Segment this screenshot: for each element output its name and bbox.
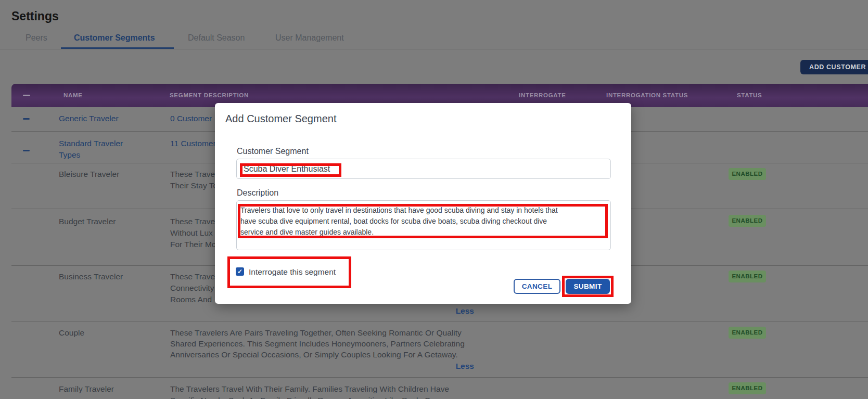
segment-name: Couple: [59, 328, 84, 337]
collapse-row-icon[interactable]: [23, 118, 30, 120]
customer-segment-input[interactable]: Scuba Diver Enthusiast: [236, 159, 611, 179]
description-value-line: have scuba dive equipment rental, boat d…: [240, 217, 547, 225]
less-link-wrap: Less: [170, 362, 474, 371]
interrogate-checkbox[interactable]: ✓: [236, 267, 244, 276]
add-customer-segment-button[interactable]: ADD CUSTOMER: [800, 60, 868, 74]
settings-page: Settings Peers Customer Segments Default…: [0, 0, 868, 399]
column-header-status: STATUS: [737, 92, 762, 98]
table-row: Couple These Travelers Are Pairs Traveli…: [11, 321, 868, 378]
segment-name: Family Traveler: [59, 384, 114, 393]
tabs-divider: [0, 49, 868, 49]
column-header-interrogate: INTERROGATE: [519, 92, 566, 98]
column-header-segment-description: SEGMENT DESCRIPTION: [170, 92, 249, 98]
segment-description-link[interactable]: 11 Customer: [170, 139, 216, 148]
submit-button[interactable]: SUBMIT: [566, 279, 610, 294]
status-badge: ENABLED: [729, 327, 766, 339]
customer-segment-value: Scuba Diver Enthusiast: [244, 159, 330, 178]
column-header-name: NAME: [63, 92, 83, 98]
status-badge: ENABLED: [729, 168, 766, 180]
status-badge: ENABLED: [729, 215, 766, 227]
tab-default-season[interactable]: Default Season: [188, 33, 245, 43]
interrogate-checkbox-label: Interrogate this segment: [249, 267, 336, 277]
modal-title: Add Customer Segment: [225, 113, 336, 125]
collapse-all-icon[interactable]: [23, 95, 30, 96]
segment-description-line: Rooms And: [170, 295, 212, 304]
segment-description-line: Shared Experiences. This Segment Include…: [170, 339, 465, 348]
less-link[interactable]: Less: [456, 362, 474, 370]
segment-name-link[interactable]: Standard Traveler: [59, 139, 123, 148]
tab-peers[interactable]: Peers: [25, 33, 47, 43]
description-value-line: service and dive master guides available…: [240, 228, 374, 236]
status-badge: ENABLED: [729, 382, 766, 394]
segment-description-line: Their Stay To: [170, 181, 218, 190]
description-value-line: Travelers that love to only travel in de…: [240, 206, 558, 214]
segment-name: Bleisure Traveler: [59, 170, 119, 178]
segment-description-line: The Travelers Travel With Their Family. …: [170, 384, 449, 393]
less-link[interactable]: Less: [456, 306, 474, 315]
segment-name-link[interactable]: Types: [59, 150, 80, 159]
segment-description-line: Connectivity: [170, 284, 214, 292]
status-badge: ENABLED: [729, 271, 766, 282]
segment-name-link[interactable]: Generic Traveler: [59, 114, 119, 123]
cancel-button[interactable]: CANCEL: [514, 279, 560, 294]
segment-description-line: For Their Mo: [170, 240, 216, 249]
segment-description-line: These Travel: [170, 217, 217, 226]
segment-description-link[interactable]: 0 Customer: [170, 114, 212, 123]
less-link-wrap: Less: [170, 306, 474, 316]
segment-description-line: Without Lux: [170, 228, 213, 237]
collapse-row-icon[interactable]: [23, 150, 30, 151]
add-customer-segment-modal: Add Customer Segment Customer Segment Sc…: [215, 103, 631, 304]
segment-description-line: These Travel: [170, 272, 217, 281]
table-row: Family Traveler The Travelers Travel Wit…: [11, 377, 868, 399]
segment-description-line: These Travel: [170, 170, 217, 178]
tab-customer-segments[interactable]: Customer Segments: [74, 33, 155, 43]
segment-description-line: Specific Needs, Such As Family-Friendly …: [170, 396, 433, 399]
page-title: Settings: [11, 9, 59, 23]
customer-segment-label: Customer Segment: [237, 147, 309, 156]
tab-user-management[interactable]: User Management: [275, 33, 344, 43]
segment-name: Budget Traveler: [59, 217, 116, 226]
segment-description-line: These Travelers Are Pairs Traveling Toge…: [170, 328, 462, 337]
segment-name: Business Traveler: [59, 272, 123, 281]
segment-description-line: Anniversaries Or Special Occasions, Or S…: [170, 350, 458, 359]
column-header-interrogation-status: INTERROGATION STATUS: [606, 92, 688, 98]
description-label: Description: [237, 188, 278, 198]
